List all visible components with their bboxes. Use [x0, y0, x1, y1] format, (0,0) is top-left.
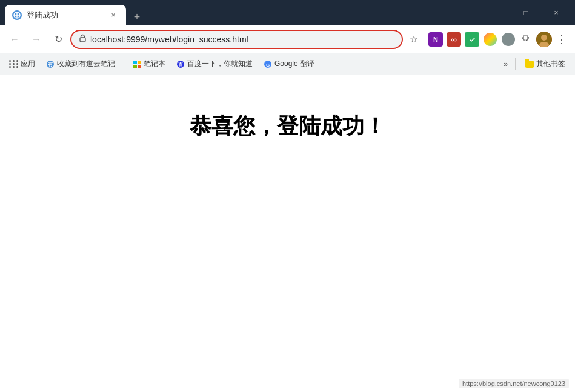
new-tab-button[interactable]: +: [128, 8, 145, 25]
minimize-button[interactable]: ─: [482, 4, 510, 22]
google-translate-label: Google 翻译: [274, 59, 314, 69]
colorful-extension-icon[interactable]: [482, 31, 499, 48]
status-bar-url: https://blog.csdn.net/newcong0123: [459, 379, 569, 388]
grey-extension-icon[interactable]: [500, 31, 517, 48]
onenote-label: 笔记本: [144, 59, 165, 69]
youdao-label: 收藏到有道云笔记: [57, 59, 115, 69]
svg-rect-10: [133, 61, 137, 64]
baidu-bookmark[interactable]: 百 百度一下，你就知道: [171, 56, 258, 72]
svg-point-6: [541, 35, 547, 41]
page-content: 恭喜您，登陆成功！ https://blog.csdn.net/newcong0…: [0, 75, 575, 392]
baidu-icon: 百: [176, 60, 185, 68]
youdao-icon: 有: [46, 60, 55, 68]
success-message: 恭喜您，登陆成功！: [190, 111, 386, 141]
tab-area: 登陆成功 × +: [5, 0, 482, 25]
svg-rect-11: [138, 61, 141, 64]
browser-window: 登陆成功 × + ─ □ × ← → ↻ localhost:9999/mywe…: [0, 0, 575, 392]
extension-icons: N ∞: [427, 31, 570, 48]
navigation-bar: ← → ↻ localhost:9999/myweb/login_success…: [0, 25, 575, 53]
svg-rect-12: [133, 65, 137, 68]
bookmarks-overflow-button[interactable]: »: [501, 60, 510, 68]
title-bar: 登陆成功 × + ─ □ ×: [0, 0, 575, 25]
svg-rect-4: [468, 35, 476, 44]
onenote-extension-icon[interactable]: N: [427, 31, 444, 48]
baidu-label: 百度一下，你就知道: [187, 59, 253, 69]
folder-icon: [525, 61, 534, 68]
bookmark-star-button[interactable]: ☆: [405, 31, 422, 48]
bookmarks-more: » 其他书签: [501, 56, 570, 72]
bookmarks-bar: 应用 有 收藏到有道云笔记 笔记本 百: [0, 53, 575, 75]
other-bookmarks-button[interactable]: 其他书签: [520, 56, 570, 72]
svg-text:G: G: [266, 62, 270, 67]
forward-button[interactable]: →: [27, 30, 46, 49]
google-translate-icon: G: [264, 60, 272, 68]
tab-close-button[interactable]: ×: [108, 10, 119, 21]
window-controls: ─ □ ×: [482, 4, 570, 22]
tab-favicon: [12, 10, 22, 20]
profile-avatar[interactable]: [536, 32, 552, 47]
security-icon: [79, 34, 87, 44]
apps-grid-icon: [10, 60, 18, 68]
address-bar[interactable]: localhost:9999/myweb/login_success.html: [70, 30, 403, 49]
active-tab[interactable]: 登陆成功 ×: [5, 5, 126, 25]
address-text: localhost:9999/myweb/login_success.html: [90, 35, 394, 44]
bookmark-divider-2: [515, 58, 516, 70]
infinity-extension-icon[interactable]: ∞: [445, 31, 462, 48]
bookmark-divider-1: [124, 58, 124, 70]
more-options-button[interactable]: ⋮: [553, 31, 570, 48]
google-translate-bookmark[interactable]: G Google 翻译: [259, 56, 319, 72]
svg-text:有: 有: [47, 62, 53, 67]
other-bookmarks-label: 其他书签: [536, 59, 565, 69]
tab-title: 登陆成功: [27, 10, 103, 21]
extensions-button[interactable]: [518, 31, 535, 48]
back-button[interactable]: ←: [5, 30, 24, 49]
green-extension-icon[interactable]: [464, 31, 480, 48]
apps-button[interactable]: 应用: [5, 56, 40, 72]
svg-rect-13: [138, 65, 141, 68]
youdao-bookmark[interactable]: 有 收藏到有道云笔记: [41, 56, 120, 72]
maximize-button[interactable]: □: [512, 4, 540, 22]
svg-text:百: 百: [178, 62, 183, 67]
reload-button[interactable]: ↻: [48, 30, 68, 49]
svg-rect-3: [80, 38, 85, 42]
onenote-bookmark-icon: [133, 60, 141, 68]
apps-label: 应用: [21, 59, 35, 69]
window-close-button[interactable]: ×: [542, 4, 570, 22]
onenote-bookmark[interactable]: 笔记本: [128, 56, 170, 72]
